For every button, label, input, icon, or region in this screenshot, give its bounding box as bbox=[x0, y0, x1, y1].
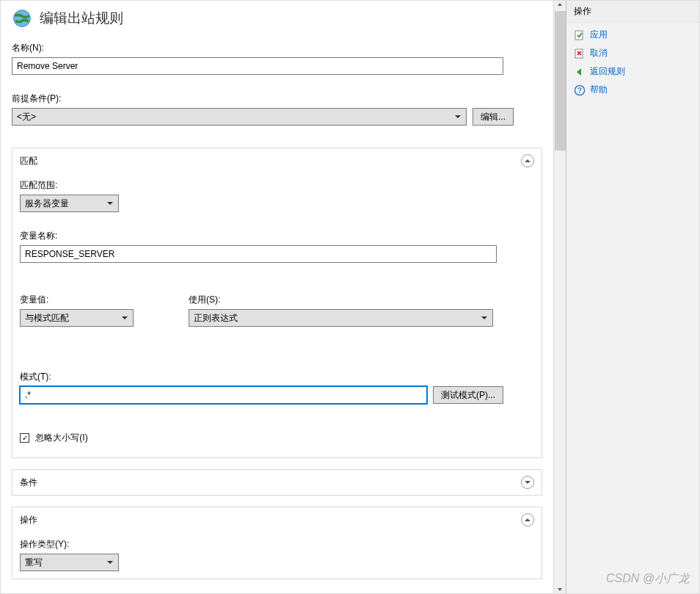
actions-panel: 操作 应用 取消 返回规则 ? 帮助 bbox=[566, 1, 699, 593]
action-cancel[interactable]: 取消 bbox=[571, 44, 695, 62]
test-pattern-button[interactable]: 测试模式(P)... bbox=[433, 386, 503, 404]
svg-text:?: ? bbox=[577, 87, 582, 95]
ignorecase-label: 忽略大小写(I) bbox=[35, 432, 87, 443]
match-section: 匹配 匹配范围: 服务器变量 变量名称: 变量值: bbox=[12, 148, 542, 458]
chevron-up-icon bbox=[525, 159, 531, 162]
conditions-section: 条件 bbox=[12, 469, 542, 496]
name-label: 名称(N): bbox=[12, 42, 542, 54]
cancel-icon bbox=[574, 48, 586, 59]
check-icon: ✓ bbox=[22, 435, 28, 442]
collapse-match-button[interactable] bbox=[521, 154, 534, 167]
page-title: 编辑出站规则 bbox=[40, 9, 123, 28]
varname-label: 变量名称: bbox=[20, 230, 534, 242]
match-section-title: 匹配 bbox=[20, 155, 37, 167]
ignorecase-checkbox[interactable]: ✓ bbox=[20, 433, 29, 443]
varname-input[interactable] bbox=[20, 245, 497, 263]
actions-panel-header: 操作 bbox=[566, 1, 699, 23]
action-apply[interactable]: 应用 bbox=[571, 26, 695, 44]
match-scope-select[interactable]: 服务器变量 bbox=[20, 195, 119, 212]
action-type-select[interactable]: 重写 bbox=[20, 554, 119, 571]
precondition-select[interactable]: <无> bbox=[12, 108, 467, 126]
action-back-to-rules[interactable]: 返回规则 bbox=[571, 62, 695, 81]
pattern-label: 模式(T): bbox=[20, 371, 534, 383]
action-type-label: 操作类型(Y): bbox=[20, 538, 534, 551]
globe-icon bbox=[12, 8, 32, 29]
expand-conditions-button[interactable] bbox=[521, 476, 534, 489]
pattern-input[interactable] bbox=[20, 386, 427, 404]
edit-precondition-button[interactable]: 编辑... bbox=[473, 108, 514, 126]
match-scope-label: 匹配范围: bbox=[20, 179, 534, 192]
vertical-scrollbar[interactable] bbox=[553, 1, 566, 593]
precondition-value: <无> bbox=[17, 111, 36, 123]
use-label: 使用(S): bbox=[189, 294, 534, 306]
scrollbar-thumb[interactable] bbox=[555, 11, 566, 151]
svg-rect-2 bbox=[575, 31, 583, 40]
conditions-section-title: 条件 bbox=[20, 477, 37, 489]
use-select[interactable]: 正则表达式 bbox=[189, 309, 493, 327]
collapse-action-button[interactable] bbox=[521, 513, 534, 526]
help-icon: ? bbox=[574, 84, 586, 96]
apply-icon bbox=[574, 29, 586, 41]
main-content: 编辑出站规则 名称(N): 前提条件(P): <无> 编辑... 匹配 bbox=[1, 1, 553, 593]
chevron-down-icon bbox=[525, 481, 531, 484]
name-input[interactable] bbox=[12, 57, 503, 75]
varvalue-label: 变量值: bbox=[20, 294, 137, 306]
action-help[interactable]: ? 帮助 bbox=[571, 81, 695, 99]
action-section: 操作 操作类型(Y): 重写 bbox=[12, 507, 542, 579]
varvalue-select[interactable]: 与模式匹配 bbox=[20, 309, 134, 327]
precondition-label: 前提条件(P): bbox=[12, 93, 542, 105]
chevron-up-icon bbox=[525, 518, 531, 521]
back-icon bbox=[574, 66, 586, 78]
action-section-title: 操作 bbox=[20, 514, 37, 526]
